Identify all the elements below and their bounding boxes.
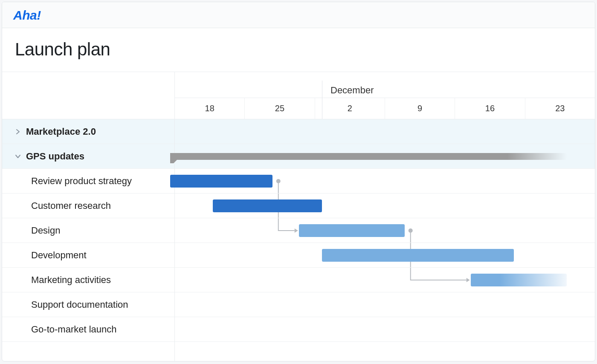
page-title-region: Launch plan	[2, 28, 595, 72]
gantt-task-row[interactable]: Development	[2, 243, 174, 268]
row-label: Design	[31, 225, 60, 236]
chevron-down-icon[interactable]	[15, 153, 21, 159]
timeline-day-cell: 9	[385, 98, 455, 119]
gantt-task-bar[interactable]	[471, 274, 567, 286]
gantt-bar-row	[175, 292, 595, 317]
gantt-task-row[interactable]: Design	[2, 218, 174, 243]
gantt-chart: December 1825291623 Marketplace 2.0GPS u…	[2, 72, 595, 361]
month-divider	[322, 81, 322, 119]
row-label: Support documentation	[31, 299, 128, 310]
gantt-bar-row	[175, 169, 595, 194]
gantt-parent-bar[interactable]	[170, 153, 567, 160]
gantt-task-row[interactable]: Customer research	[2, 194, 174, 218]
timeline-day-row: 1825291623	[175, 98, 595, 119]
gantt-bar-row	[175, 268, 595, 292]
gantt-group-row[interactable]: GPS updates	[2, 144, 174, 169]
top-bar: Aha!	[2, 2, 595, 28]
gantt-header-timeline: December 1825291623	[175, 72, 595, 119]
row-label: Go-to-market launch	[31, 324, 117, 335]
gantt-task-bar[interactable]	[170, 175, 272, 188]
gantt-task-row[interactable]: Support documentation	[2, 292, 174, 317]
gantt-task-row[interactable]: Marketing activities	[2, 268, 174, 292]
chevron-right-icon[interactable]	[15, 129, 21, 135]
gantt-bar-row	[175, 119, 595, 144]
gantt-rows-right	[175, 119, 595, 361]
gantt-task-bar[interactable]	[213, 199, 322, 212]
row-label: Development	[31, 250, 87, 261]
row-label: Review product strategy	[31, 176, 132, 187]
timeline-day-cell: 16	[455, 98, 525, 119]
gantt-header-left-spacer	[2, 72, 175, 119]
app-window: Aha! Launch plan December 1825291623 Mar…	[2, 2, 595, 361]
gantt-bar-row	[175, 317, 595, 342]
gantt-group-row[interactable]: Marketplace 2.0	[2, 119, 174, 144]
month-label: December	[330, 85, 374, 96]
gantt-bar-row	[175, 218, 595, 243]
row-label: Customer research	[31, 200, 111, 211]
timeline-day-cell: 2	[315, 98, 385, 119]
gantt-rows-left: Marketplace 2.0GPS updatesReview product…	[2, 119, 175, 361]
gantt-task-bar[interactable]	[322, 249, 514, 262]
timeline-day-cell: 23	[525, 98, 595, 119]
timeline-day-cell: 25	[245, 98, 315, 119]
timeline-day-cell: 18	[175, 98, 245, 119]
row-label: Marketing activities	[31, 274, 111, 286]
gantt-bar-row	[175, 243, 595, 268]
gantt-bar-row	[175, 194, 595, 218]
app-logo: Aha!	[13, 8, 584, 23]
gantt-bar-row	[175, 144, 595, 169]
gantt-task-row[interactable]: Review product strategy	[2, 169, 174, 194]
row-label: GPS updates	[26, 151, 84, 162]
row-label: Marketplace 2.0	[26, 126, 96, 137]
page-title: Launch plan	[15, 39, 582, 60]
gantt-header: December 1825291623	[2, 72, 595, 119]
timeline-month-row: December	[175, 72, 595, 98]
gantt-body: Marketplace 2.0GPS updatesReview product…	[2, 119, 595, 361]
gantt-task-bar[interactable]	[299, 224, 405, 237]
gantt-task-row[interactable]: Go-to-market launch	[2, 317, 174, 342]
